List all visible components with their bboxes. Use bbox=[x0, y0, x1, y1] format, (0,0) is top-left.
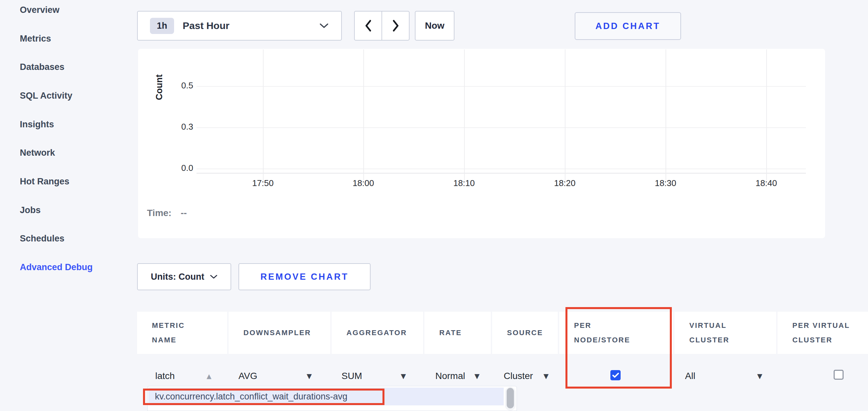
x-tick-label: 18:40 bbox=[743, 178, 789, 189]
now-button[interactable]: Now bbox=[415, 11, 455, 41]
column-header-downsampler: DOWNSAMPLER bbox=[228, 312, 330, 354]
metric-name-select[interactable]: latch ▲ bbox=[145, 366, 215, 386]
column-header-source: SOURCE bbox=[492, 312, 558, 354]
x-tick-label: 18:10 bbox=[441, 178, 487, 189]
chevron-left-icon bbox=[364, 20, 372, 32]
caret-down-icon: ▼ bbox=[307, 372, 312, 380]
x-tick-label: 18:30 bbox=[643, 178, 689, 189]
sidebar-item-metrics[interactable]: Metrics bbox=[20, 25, 129, 53]
sidebar-item-jobs[interactable]: Jobs bbox=[20, 196, 129, 225]
prev-time-button[interactable] bbox=[355, 11, 382, 40]
sidebar-item-insights[interactable]: Insights bbox=[20, 110, 129, 139]
column-header-per-virtual-cluster: PER VIRTUALCLUSTER bbox=[777, 312, 868, 354]
caret-down-icon: ▼ bbox=[544, 372, 549, 380]
metric-dropdown-item[interactable]: kv.concurrency.latch_conflict_wait_durat… bbox=[148, 387, 504, 405]
x-tick-label: 18:20 bbox=[542, 178, 588, 189]
caret-down-icon: ▼ bbox=[475, 372, 479, 380]
units-dropdown-label: Units: Count bbox=[151, 272, 205, 282]
advanced-debug-custom-chart-page: Overview Metrics Databases SQL Activity … bbox=[0, 0, 868, 411]
chevron-right-icon bbox=[392, 20, 400, 32]
dropdown-scrollbar[interactable] bbox=[505, 387, 516, 411]
metric-suggestion-dropdown: kv.concurrency.latch_conflict_wait_durat… bbox=[147, 386, 517, 411]
aggregator-select[interactable]: SUM ▼ bbox=[332, 366, 412, 386]
sidebar-item-network[interactable]: Network bbox=[20, 139, 129, 167]
time-range-selector[interactable]: 1h Past Hour bbox=[137, 11, 342, 41]
column-header-metric-name: METRICNAME bbox=[137, 312, 227, 354]
chevron-down-icon bbox=[210, 274, 217, 279]
per-node-store-checkbox[interactable] bbox=[610, 370, 621, 380]
sidebar-item-schedules[interactable]: Schedules bbox=[20, 225, 129, 253]
chevron-down-icon bbox=[319, 23, 329, 29]
time-caption-label: Time: bbox=[147, 208, 172, 218]
column-header-virtual-cluster: VIRTUALCLUSTER bbox=[675, 312, 776, 354]
checkmark-icon bbox=[612, 372, 619, 378]
per-virtual-cluster-checkbox[interactable] bbox=[834, 370, 843, 380]
virtual-cluster-value: All bbox=[685, 371, 695, 381]
source-value: Cluster bbox=[504, 371, 533, 381]
virtual-cluster-select[interactable]: All ▼ bbox=[675, 366, 768, 386]
metric-name-value: latch bbox=[155, 371, 175, 381]
aggregator-value: SUM bbox=[342, 371, 362, 381]
dropdown-scrollbar-thumb[interactable] bbox=[507, 388, 514, 408]
chart-panel: Count 0.5 0.3 0.0 17:50 18:00 18:10 18:2… bbox=[138, 49, 825, 238]
time-pager bbox=[354, 11, 409, 41]
hover-time-readout: Time: -- bbox=[147, 208, 187, 218]
sidebar-item-overview[interactable]: Overview bbox=[20, 0, 129, 25]
add-chart-button[interactable]: ADD CHART bbox=[575, 12, 681, 40]
chart-plot-area[interactable] bbox=[196, 49, 806, 173]
caret-up-icon: ▲ bbox=[207, 372, 211, 380]
sidebar-item-databases[interactable]: Databases bbox=[20, 53, 129, 81]
sidebar-item-advanced-debug[interactable]: Advanced Debug bbox=[20, 253, 129, 282]
column-header-aggregator: AGGREGATOR bbox=[332, 312, 423, 354]
source-select[interactable]: Cluster ▼ bbox=[494, 366, 551, 386]
units-dropdown[interactable]: Units: Count bbox=[137, 263, 231, 290]
downsampler-select[interactable]: AVG ▼ bbox=[228, 366, 321, 386]
column-header-rate: RATE bbox=[425, 312, 491, 354]
caret-down-icon: ▼ bbox=[757, 372, 762, 380]
sidebar-item-hot-ranges[interactable]: Hot Ranges bbox=[20, 167, 129, 196]
sidebar-item-sql-activity[interactable]: SQL Activity bbox=[20, 81, 129, 110]
caret-down-icon: ▼ bbox=[401, 372, 406, 380]
sidebar-nav: Overview Metrics Databases SQL Activity … bbox=[20, 0, 129, 282]
column-header-per-node-store: PERNODE/STORE bbox=[559, 312, 673, 354]
time-window-badge: 1h bbox=[150, 18, 174, 34]
y-tick-label: 0.0 bbox=[158, 163, 193, 173]
downsampler-value: AVG bbox=[239, 371, 257, 381]
next-time-button[interactable] bbox=[382, 11, 409, 40]
time-caption-value: -- bbox=[181, 208, 187, 218]
x-tick-label: 17:50 bbox=[240, 178, 286, 189]
x-axis-line bbox=[196, 173, 806, 173]
time-window-label: Past Hour bbox=[183, 20, 229, 31]
y-tick-label: 0.3 bbox=[158, 122, 193, 132]
rate-value: Normal bbox=[435, 371, 465, 381]
rate-select[interactable]: Normal ▼ bbox=[426, 366, 482, 386]
x-tick-label: 18:00 bbox=[340, 178, 386, 189]
remove-chart-button[interactable]: REMOVE CHART bbox=[239, 263, 371, 290]
y-tick-label: 0.5 bbox=[158, 80, 193, 91]
